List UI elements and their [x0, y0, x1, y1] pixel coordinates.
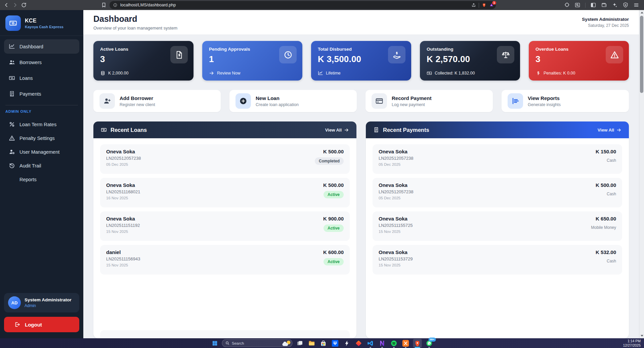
sidebar-item-user-management[interactable]: User Management: [4, 146, 79, 158]
sidebar-item-loans[interactable]: Loans: [4, 71, 79, 85]
sidebar-item-label: Borrowers: [19, 60, 42, 65]
stat-card-active-loans[interactable]: Active Loans3K 2,000.00: [93, 41, 194, 81]
vpn-shield-icon[interactable]: [622, 2, 629, 8]
task-view-icon: [296, 340, 303, 347]
stat-card-outstanding[interactable]: OutstandingK 2,570.00Collected: K 1,832.…: [420, 41, 520, 81]
weather-icon[interactable]: [282, 340, 291, 346]
taskbar-app-file-explorer[interactable]: [307, 339, 316, 348]
sidebar-item-payments[interactable]: Payments: [4, 87, 79, 101]
bookmark-icon[interactable]: [101, 2, 107, 8]
sidebar-item-loan-term-rates[interactable]: Loan Term Rates: [4, 118, 79, 131]
address-bar-actions: 1: [471, 3, 494, 8]
view-reports-button[interactable]: View ReportsGenerate insights: [502, 90, 629, 112]
taskbar-app-dropbox[interactable]: [331, 339, 339, 348]
page-header-right: System Administrator Saturday, 27 Dec 20…: [582, 17, 629, 28]
loan-row[interactable]: danielLN20251115694315 Nov 2025K 600.00A…: [100, 245, 350, 275]
search-tabs-icon[interactable]: [574, 2, 581, 8]
wallet-icon[interactable]: [601, 2, 607, 8]
brave-rewards-icon[interactable]: 1: [489, 3, 494, 7]
share-icon[interactable]: [471, 3, 476, 7]
sidebar-item-audit-trail[interactable]: Audit Trail: [4, 159, 79, 172]
chart-line-icon: [318, 70, 323, 76]
stat-footer: Lifetime: [318, 70, 341, 76]
loan-row[interactable]: Oneva SokaLN20251205723805 Dec 2025K 500…: [100, 144, 350, 174]
lms-app: KCE Kayoya Cash Express DashboardBorrowe…: [0, 10, 639, 338]
stat-card-pending-approvals[interactable]: Pending Approvals1Review Now: [202, 41, 302, 81]
payment-row[interactable]: Oneva SokaLN20251115372915 Nov 2025K 532…: [373, 245, 622, 275]
sidebar-item-penalty-settings[interactable]: Penalty Settings: [4, 132, 79, 144]
arrow-right-icon: [344, 128, 349, 133]
leo-ai-icon[interactable]: [612, 2, 618, 8]
site-info-icon[interactable]: [113, 3, 118, 7]
taskbar-search[interactable]: Search: [222, 339, 292, 347]
start-button[interactable]: [211, 339, 219, 347]
brave-shield-icon[interactable]: [482, 3, 486, 7]
browser-forward-icon[interactable]: [12, 2, 18, 8]
address-bar[interactable]: localhost/LMS/dashboard.php 1: [110, 1, 496, 9]
taskbar-app-notepad-n[interactable]: [378, 339, 386, 348]
money-icon: [101, 127, 107, 133]
loan-date: 05 Dec 2025: [106, 162, 141, 166]
stat-card-total-disbursed[interactable]: Total DisbursedK 3,500.00Lifetime: [311, 41, 411, 81]
scrollbar-thumb[interactable]: [640, 16, 643, 93]
taskbar-app-lightning-app[interactable]: [342, 339, 351, 348]
payment-method: Cash: [607, 192, 616, 196]
stat-footer-text: Lifetime: [326, 71, 341, 76]
quick-action-title: Add Borrower: [120, 95, 155, 101]
loan-reference: LN202511156943: [106, 256, 140, 261]
payment-method: Cash: [607, 158, 616, 163]
running-indicator: [428, 347, 430, 348]
taskbar-app-diamond-app[interactable]: [354, 339, 363, 348]
taskbar-app-spotify[interactable]: [389, 339, 398, 348]
page-title: Dashboard: [93, 14, 177, 24]
taskbar-app-microsoft-store[interactable]: [319, 339, 328, 348]
loan-row-left: danielLN20251115694315 Nov 2025: [106, 249, 140, 270]
taskbar-app-xampp[interactable]: [401, 339, 410, 348]
user-panel[interactable]: AD System Administrator Admin: [4, 293, 79, 312]
extensions-icon[interactable]: [564, 2, 570, 8]
payment-row[interactable]: Oneva SokaLN20251205723805 Dec 2025K 150…: [373, 144, 622, 174]
sidebar-item-label: Loan Term Rates: [19, 122, 56, 127]
logout-button[interactable]: Logout: [4, 317, 79, 332]
loans-view-all-link[interactable]: View All: [325, 128, 349, 133]
taskbar-app-brave[interactable]: [413, 339, 422, 348]
payment-row[interactable]: Oneva SokaLN20251205723805 Dec 2025K 500…: [373, 178, 622, 207]
menu-icon[interactable]: [633, 2, 639, 8]
page-scrollbar[interactable]: [639, 10, 644, 338]
browser-back-icon[interactable]: [3, 2, 9, 8]
loan-row-left: Oneva SokaLN20251116802116 Nov 2025: [106, 182, 140, 203]
taskbar-app-vscode[interactable]: [366, 339, 375, 348]
add-borrower-button[interactable]: Add BorrowerRegister new client: [93, 90, 221, 112]
payment-row[interactable]: Oneva SokaLN20251115572515 Nov 2025K 650…: [373, 211, 622, 241]
record-payment-button[interactable]: Record PaymentLog new payment: [366, 90, 493, 112]
sidebar-toggle-icon[interactable]: [590, 2, 596, 8]
loan-reference: LN202511155725: [379, 223, 413, 228]
running-indicator: [381, 347, 383, 348]
partial-row: [100, 330, 350, 338]
warning-icon: [606, 46, 623, 63]
receipt-icon: [9, 91, 15, 97]
taskbar-app-whatsapp[interactable]: 99+: [425, 339, 433, 348]
borrower-name: Oneva Soka: [106, 216, 140, 221]
payment-row-left: Oneva SokaLN20251115372915 Nov 2025: [379, 249, 413, 270]
stat-footer: Review Now: [209, 70, 240, 76]
browser-reload-icon[interactable]: [21, 2, 27, 8]
loan-row-left: Oneva SokaLN20251115119215 Nov 2025: [106, 216, 140, 237]
taskbar-clock[interactable]: 1:14 PM 12/27/2025: [623, 339, 641, 348]
loan-row[interactable]: Oneva SokaLN20251116802116 Nov 2025K 500…: [100, 178, 350, 207]
payments-view-all-link[interactable]: View All: [598, 128, 621, 133]
taskbar-app-task-view[interactable]: [295, 339, 304, 348]
quick-action-text: Record PaymentLog new payment: [392, 95, 431, 107]
sidebar-item-reports[interactable]: Reports: [4, 173, 79, 186]
scroll-down-arrow[interactable]: [639, 333, 644, 338]
loan-row[interactable]: Oneva SokaLN20251115119215 Nov 2025K 900…: [100, 211, 350, 241]
scroll-up-arrow[interactable]: [639, 10, 644, 15]
stat-card-overdue-loans[interactable]: Overdue Loans3Penalties: K 0.00: [529, 41, 629, 81]
sidebar-item-borrowers[interactable]: Borrowers: [4, 55, 79, 69]
new-loan-button[interactable]: New LoanCreate loan application: [229, 90, 357, 112]
stat-footer-text: Review Now: [217, 71, 240, 76]
payment-date: 15 Nov 2025: [379, 230, 413, 234]
percent-icon: [9, 121, 15, 128]
browser-actions: [564, 2, 641, 8]
sidebar-item-dashboard[interactable]: Dashboard: [4, 39, 79, 54]
